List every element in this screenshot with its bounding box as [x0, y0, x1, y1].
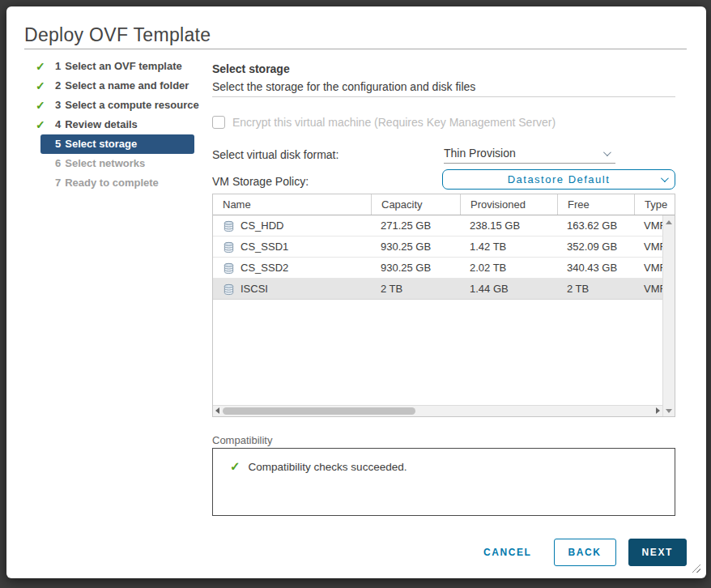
scroll-left-icon[interactable] — [215, 407, 219, 414]
compatibility-box: ✓ Compatibility checks succeeded. — [212, 448, 675, 516]
encrypt-vm-label: Encrypt this virtual machine (Requires K… — [232, 116, 556, 129]
column-header-provisioned[interactable]: Provisioned — [460, 194, 557, 215]
table-row[interactable]: CS_HDD 271.25 GB 238.15 GB 163.62 GB VMF… — [213, 215, 662, 236]
step-ready-to-complete[interactable]: 7Ready to complete — [40, 173, 202, 193]
chevron-down-icon — [603, 148, 611, 156]
vertical-scrollbar[interactable] — [662, 215, 675, 416]
datastore-icon — [223, 220, 235, 232]
column-header-free[interactable]: Free — [557, 194, 634, 215]
datastore-free: 163.62 GB — [557, 215, 634, 236]
page-title: Select storage — [212, 62, 290, 75]
column-header-capacity[interactable]: Capacity — [371, 194, 460, 215]
table-row[interactable]: CS_SSD1 930.25 GB 1.42 TB 352.09 GB VMFS — [213, 236, 662, 258]
check-icon: ✓ — [36, 115, 45, 134]
disk-format-label: Select virtual disk format: — [212, 148, 338, 161]
chevron-down-icon — [661, 174, 669, 182]
step-select-ovf-template[interactable]: ✓ 1Select an OVF template — [40, 57, 202, 76]
table-row[interactable]: CS_SSD2 930.25 GB 2.02 TB 340.43 GB VMFS — [213, 258, 662, 279]
datastore-capacity: 271.25 GB — [371, 215, 460, 236]
datastore-provisioned: 2.02 TB — [460, 258, 557, 278]
wizard-step-list: ✓ 1Select an OVF template ✓ 2Select a na… — [40, 57, 202, 193]
storage-policy-select[interactable]: Datastore Default — [442, 169, 675, 190]
encrypt-vm-checkbox[interactable] — [212, 116, 225, 129]
scrollbar-thumb[interactable] — [223, 407, 415, 415]
datastore-capacity: 930.25 GB — [371, 236, 460, 257]
datastore-type: VMFS — [634, 279, 662, 299]
datastore-table: Name Capacity Provisioned Free Type CS_H… — [212, 194, 675, 417]
step-select-compute-resource[interactable]: ✓ 3Select a compute resource — [40, 96, 202, 115]
table-header-row: Name Capacity Provisioned Free Type — [213, 194, 675, 215]
datastore-provisioned: 1.44 GB — [460, 279, 557, 299]
datastore-icon — [223, 262, 235, 275]
column-header-name[interactable]: Name — [213, 194, 371, 215]
next-button[interactable]: NEXT — [628, 539, 687, 566]
datastore-name: CS_HDD — [241, 215, 283, 236]
dialog-title: Deploy OVF Template — [24, 24, 211, 46]
title-divider — [24, 49, 687, 49]
storage-policy-value: Datastore Default — [508, 173, 611, 185]
datastore-icon — [223, 241, 235, 254]
back-button[interactable]: BACK — [554, 539, 616, 566]
scroll-down-icon[interactable] — [666, 409, 672, 413]
compatibility-message: Compatibility checks succeeded. — [249, 461, 407, 473]
table-row-selected[interactable]: ISCSI 2 TB 1.44 GB 2 TB VMFS — [213, 279, 662, 300]
encrypt-vm-row: Encrypt this virtual machine (Requires K… — [212, 116, 556, 129]
dialog-footer: CANCEL BACK NEXT — [474, 539, 687, 566]
datastore-name: CS_SSD1 — [241, 236, 288, 257]
deploy-ovf-dialog: Deploy OVF Template ✓ 1Select an OVF tem… — [6, 6, 706, 578]
cancel-button[interactable]: CANCEL — [474, 539, 542, 565]
step-select-storage[interactable]: 5Select storage — [40, 134, 194, 154]
check-icon: ✓ — [36, 76, 45, 96]
disk-format-select[interactable]: Thin Provision — [444, 143, 615, 164]
horizontal-scrollbar[interactable] — [213, 405, 662, 416]
datastore-name: CS_SSD2 — [241, 258, 288, 278]
datastore-provisioned: 238.15 GB — [460, 215, 557, 236]
disk-format-value: Thin Provision — [444, 147, 516, 160]
datastore-free: 340.43 GB — [557, 258, 634, 278]
datastore-type: VMFS — [634, 258, 662, 278]
datastore-free: 2 TB — [557, 279, 634, 299]
datastore-icon — [223, 283, 235, 296]
datastore-provisioned: 1.42 TB — [460, 236, 557, 257]
check-icon: ✓ — [36, 57, 45, 76]
datastore-name: ISCSI — [241, 279, 268, 299]
datastore-type: VMFS — [634, 236, 662, 257]
compatibility-label: Compatibility — [212, 434, 272, 446]
datastore-free: 352.09 GB — [557, 236, 634, 257]
step-select-networks[interactable]: 6Select networks — [40, 154, 202, 173]
column-header-type[interactable]: Type — [634, 194, 675, 215]
content-divider — [212, 96, 675, 97]
check-icon: ✓ — [230, 459, 241, 474]
page-subtitle: Select the storage for the configuration… — [212, 80, 475, 93]
step-select-name-folder[interactable]: ✓ 2Select a name and folder — [40, 76, 202, 96]
datastore-capacity: 930.25 GB — [371, 258, 460, 278]
datastore-capacity: 2 TB — [371, 279, 460, 299]
storage-policy-label: VM Storage Policy: — [212, 175, 309, 188]
datastore-type: VMFS — [634, 215, 662, 236]
scroll-right-icon[interactable] — [656, 407, 660, 414]
resize-handle[interactable] — [692, 564, 700, 573]
step-review-details[interactable]: ✓ 4Review details — [40, 115, 202, 134]
check-icon: ✓ — [36, 96, 45, 115]
scroll-up-icon[interactable] — [666, 220, 672, 224]
